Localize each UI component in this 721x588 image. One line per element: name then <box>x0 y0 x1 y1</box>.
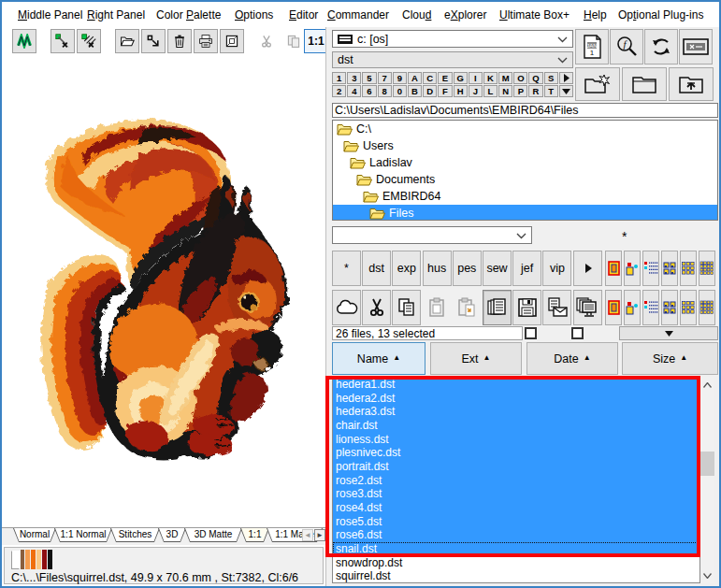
menu-item-color-palette[interactable]: Color Palette <box>156 2 221 27</box>
menu-item-middle-panel[interactable]: Middle Panel <box>18 2 82 27</box>
thread-color-6[interactable] <box>48 550 52 569</box>
menu-item-editor[interactable]: Editor <box>289 2 318 27</box>
filter-key-D[interactable]: D <box>423 85 437 97</box>
tree-node-documents[interactable]: Documents <box>333 171 717 188</box>
format-filter-hus-button[interactable]: hus <box>423 251 452 286</box>
filter-key-3[interactable]: 3 <box>347 72 361 84</box>
menu-item-help[interactable]: Help <box>584 2 607 27</box>
tree-node-users[interactable]: Users <box>333 137 717 154</box>
menu-item-options[interactable]: Options <box>235 2 273 27</box>
menu-item-optional-plug-ins[interactable]: Optional Plug-ins <box>618 2 703 27</box>
copy-pages-button[interactable] <box>392 290 421 325</box>
view-grid4-button[interactable] <box>699 251 715 286</box>
crosshatch-edit-button[interactable] <box>77 29 101 53</box>
tab-1-1-normal[interactable]: 1:1 Normal <box>54 528 112 542</box>
file-item-chair-dst[interactable]: chair.dst <box>333 419 699 433</box>
printer-button[interactable] <box>194 29 218 53</box>
filter-key-R[interactable]: R <box>528 85 542 97</box>
sort-header-ext[interactable]: Ext▲ <box>430 342 522 375</box>
filter-key-down[interactable] <box>559 85 573 97</box>
tab-1-1[interactable]: 1:1 <box>240 528 269 542</box>
calendar-page-button[interactable]: JAN1 <box>575 29 609 65</box>
view-grid3-button-2[interactable] <box>680 290 697 325</box>
filter-checkbox-1[interactable] <box>525 327 537 339</box>
file-item-hedera3-dst[interactable]: hedera3.dst <box>333 405 699 419</box>
file-item-snowdrop-dst[interactable]: snowdrop.dst <box>333 556 699 570</box>
background-color-swatch[interactable] <box>11 551 20 569</box>
filter-key-G[interactable]: G <box>454 72 468 84</box>
file-item-rose4-dst[interactable]: rose4.dst <box>333 501 699 515</box>
tab-3d[interactable]: 3D <box>158 528 186 542</box>
menu-item-ultimate-box-[interactable]: Ultimate Box+ <box>499 2 570 27</box>
filter-key-M[interactable]: M <box>498 72 512 84</box>
filter-key-4[interactable]: 4 <box>347 85 361 97</box>
paste-special-button[interactable] <box>453 290 482 325</box>
sort-header-size[interactable]: Size▲ <box>622 342 718 375</box>
filter-key-6[interactable]: 6 <box>362 85 376 97</box>
tree-node-files[interactable]: Files <box>333 205 717 221</box>
filter-key-T[interactable]: T <box>544 85 558 97</box>
open-folder-button[interactable] <box>115 29 139 53</box>
file-item-rose3-dst[interactable]: rose3.dst <box>333 487 699 501</box>
thread-color-4[interactable] <box>36 550 41 569</box>
scissors-button[interactable] <box>254 29 279 53</box>
view-grid2-button-2[interactable] <box>661 290 678 325</box>
filter-key-S[interactable]: S <box>544 72 558 84</box>
tree-node-ladislav[interactable]: Ladislav <box>333 154 717 171</box>
save-floppy-button[interactable] <box>512 290 541 325</box>
filter-key-J[interactable]: J <box>469 85 483 97</box>
file-item-rose5-dst[interactable]: rose5.dst <box>333 515 699 529</box>
menu-item-commander[interactable]: Commander <box>327 2 389 27</box>
tab-scroll-left-button[interactable]: ◄ <box>302 529 313 541</box>
file-item-hedera1-dst[interactable]: hedera1.dst <box>333 378 699 392</box>
thread-color-2[interactable] <box>25 550 30 569</box>
to-editor-button[interactable] <box>220 29 244 53</box>
new-folder-button[interactable] <box>575 67 620 101</box>
file-item-plesnivec-dst[interactable]: plesnivec.dst <box>333 446 699 460</box>
menu-item-cloud[interactable]: Cloud <box>402 2 431 27</box>
filter-key-0[interactable]: 0 <box>393 85 407 97</box>
file-item-portrait-dst[interactable]: portrait.dst <box>333 460 699 474</box>
design-canvas[interactable] <box>2 55 325 527</box>
format-filter-exp-button[interactable]: exp <box>392 251 421 286</box>
tab-normal[interactable]: Normal <box>13 528 56 542</box>
file-item-snail-dst[interactable]: snail.dst <box>333 542 699 556</box>
menu-item-right-panel[interactable]: Right Panel <box>87 2 145 27</box>
mail-page-button[interactable] <box>542 290 571 325</box>
filter-key-1[interactable]: 1 <box>332 72 346 84</box>
view-grid4-button-2[interactable] <box>699 290 715 325</box>
format-filter-vip-button[interactable]: vip <box>542 251 571 286</box>
needle-edit-button[interactable] <box>50 29 75 53</box>
folder-button[interactable] <box>622 67 667 101</box>
tab-scroll-right-button[interactable]: ► <box>314 529 325 541</box>
filter-key-Q[interactable]: Q <box>528 72 542 84</box>
thread-color-3[interactable] <box>31 550 36 569</box>
filter-key-H[interactable]: H <box>454 85 468 97</box>
file-item-hedera2-dst[interactable]: hedera2.dst <box>333 392 699 406</box>
file-item-rose6-dst[interactable]: rose6.dst <box>333 528 699 542</box>
file-list-scrollbar[interactable] <box>700 377 714 583</box>
tree-node-c[interactable]: C:\ <box>333 121 717 137</box>
refresh-button[interactable] <box>644 29 678 65</box>
stitches-zigzag-button[interactable] <box>12 29 36 53</box>
filter-key-K[interactable]: K <box>483 72 497 84</box>
filter-key-L[interactable]: L <box>483 85 497 97</box>
paste-clipboard-button[interactable] <box>423 290 452 325</box>
filter-key-5[interactable]: 5 <box>362 72 376 84</box>
view-options-dropdown[interactable] <box>619 326 718 340</box>
format-filter-all-button[interactable]: * <box>332 251 361 286</box>
folder-up-button[interactable] <box>669 67 714 101</box>
view-grid2-button[interactable] <box>661 251 678 286</box>
view-detail-button[interactable] <box>624 251 641 286</box>
format-filter-sew-button[interactable]: sew <box>483 251 512 286</box>
filter-key-2[interactable]: 2 <box>332 85 346 97</box>
view-list-button[interactable] <box>642 251 659 286</box>
scroll-down-button[interactable] <box>700 567 714 583</box>
format-more-button[interactable] <box>573 251 602 286</box>
sort-header-date[interactable]: Date▲ <box>526 342 618 375</box>
thread-color-1[interactable] <box>21 550 25 569</box>
tab-stitches[interactable]: Stitches <box>110 528 160 542</box>
file-item-squirrel-dst[interactable]: squirrel.dst <box>333 569 699 583</box>
filter-key-7[interactable]: 7 <box>378 72 392 84</box>
format-filter-pes-button[interactable]: pes <box>453 251 482 286</box>
